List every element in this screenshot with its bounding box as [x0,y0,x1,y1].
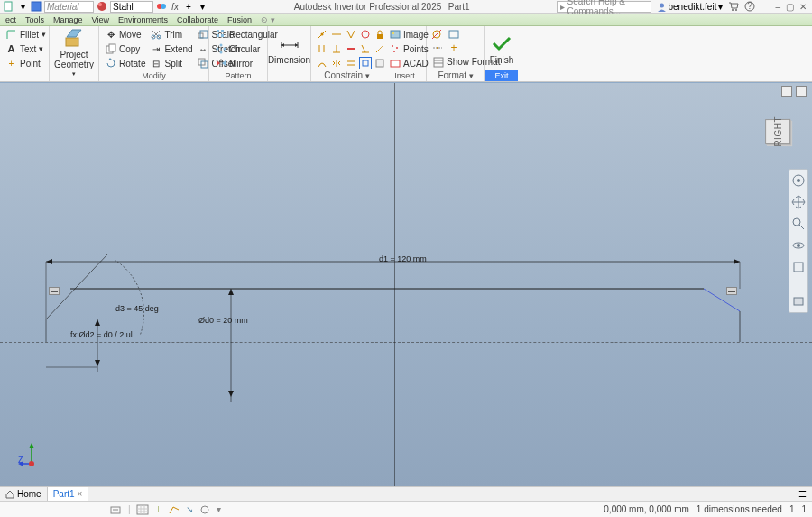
text-button[interactable]: AText ▾ [5,42,47,56]
ortho-icon[interactable]: ⊥ [154,504,162,515]
constraint-glyph[interactable] [726,287,737,295]
material-combo[interactable]: Material [44,1,94,13]
split-button[interactable]: ⊟Split [149,57,193,70]
collinear-icon[interactable] [330,28,343,41]
snap2-icon[interactable]: ↘ [186,504,193,515]
text-icon: A [5,43,17,55]
group-create: Fillet ▾ AText ▾ +Point [0,26,50,81]
dim-d0-text[interactable]: Ød0 = 20 mm [198,316,248,325]
sketch-geometry [0,83,812,486]
dim-d3-text[interactable]: d3 = 45 deg [115,304,159,313]
centerpoint-icon[interactable]: + [448,42,460,54]
trace-icon[interactable] [168,504,180,515]
appearance-sphere-icon[interactable] [97,1,107,12]
svg-point-3 [98,3,102,6]
move-button[interactable]: ✥Move [104,28,146,42]
perpendicular-icon[interactable] [330,42,343,55]
part-tab[interactable]: Part1 × [48,487,89,501]
group-constrain-label: Constrain ▾ [311,70,383,81]
symmetric-icon[interactable] [330,57,343,69]
status-count1: 1 [789,504,795,514]
fix-icon[interactable] [359,28,372,41]
help-icon[interactable]: ? [744,1,755,12]
parameters-fx-icon[interactable]: fx [170,1,180,12]
close-button[interactable]: ✕ [799,2,807,12]
sketch-canvas: d1 = 120 mm Ød0 = 20 mm d3 = 45 deg fx:Ø… [0,83,812,486]
restore-button[interactable]: ▢ [786,2,794,12]
cart-icon[interactable] [728,1,739,12]
trim-button[interactable]: Trim [149,28,193,42]
svg-point-2 [97,2,106,11]
menu-item[interactable]: View [92,15,109,24]
construction-toggle-icon[interactable] [431,28,444,41]
menu-item[interactable]: Environments [118,15,168,24]
dim-d1-text[interactable]: d1 = 120 mm [379,254,427,263]
menu-item[interactable]: Fusion [227,15,252,24]
exit-button[interactable]: Exit [485,70,518,81]
concentric-icon[interactable] [345,28,357,41]
menu-item[interactable]: Tools [25,15,44,24]
group-pattern: Rectangular Circular Mirror Pattern [209,26,268,81]
menu-item[interactable]: Collaborate [177,15,218,24]
centerline-toggle-icon[interactable] [448,28,460,41]
driven-dim-icon[interactable] [431,42,444,54]
menu-item[interactable]: ⊙ ▾ [261,15,275,24]
home-tab[interactable]: Home [0,487,48,501]
dropdown-icon[interactable]: ▾ [17,1,28,12]
parallel-icon[interactable] [316,42,328,55]
svg-point-8 [735,9,737,11]
app-name: Autodesk Inventor Professional 2025 [294,2,441,12]
insert-acad-button[interactable]: ACAD [388,57,429,70]
equal-icon[interactable] [345,57,357,69]
svg-rect-20 [217,30,219,32]
relax-icon[interactable] [198,504,211,515]
fillet-button[interactable]: Fillet ▾ [5,28,47,42]
save-icon[interactable] [31,1,42,12]
snap-icon[interactable] [110,504,123,515]
constraint-glyph[interactable] [49,287,60,295]
dim-d2-text[interactable]: fx:Ød2 = d0 / 2 ul [70,330,133,339]
svg-rect-64 [137,505,148,514]
title-bar: ▾ Material Stahl fx + ▾ Autodesk Invento… [0,0,812,14]
coincident-icon[interactable] [316,28,328,41]
menu-item[interactable]: Manage [53,15,83,24]
rotate-button[interactable]: Rotate [104,57,146,70]
point-button[interactable]: +Point [5,57,47,70]
group-format: + Show Format Format ▾ [427,26,485,81]
smooth-icon[interactable] [316,57,328,69]
close-tab-icon[interactable]: × [78,489,83,499]
svg-rect-30 [377,34,383,39]
copy-button[interactable]: Copy [104,42,146,56]
qat-overflow-icon[interactable]: ▾ [197,1,208,12]
help-search-input[interactable]: ▸Search Help & Commands... [557,1,651,13]
grid-icon[interactable] [136,504,149,515]
add-icon[interactable]: + [183,1,194,12]
insert-points-button[interactable]: Points [388,42,429,56]
horizontal-icon[interactable] [345,42,357,55]
new-icon[interactable] [4,1,14,12]
project-label: ProjectGeometry [54,50,94,69]
user-account[interactable]: benedikt.feit ▾ [657,2,724,12]
status-message: 1 dimensions needed [697,504,782,514]
menu-item[interactable]: ect [5,15,16,24]
color-override-icon[interactable] [156,1,167,12]
svg-point-28 [321,32,324,35]
show-constraints-icon[interactable] [359,57,372,69]
group-constrain: Constrain ▾ [311,26,383,81]
dimension-button[interactable]: Dimension [264,32,314,65]
appearance-combo[interactable]: Stahl [110,1,153,13]
svg-point-65 [201,506,208,513]
svg-point-34 [392,32,394,34]
viewport[interactable]: RIGHT [0,82,812,486]
insert-image-button[interactable]: Image [388,28,429,42]
minimize-button[interactable]: – [775,2,780,12]
extend-button[interactable]: ⇥Extend [149,42,193,56]
finish-sketch-button[interactable]: Finish [490,32,514,65]
group-project: ProjectGeometry ▾ [50,26,99,81]
status-sep: | [128,504,131,515]
svg-point-25 [223,48,226,51]
status-dropdown-icon[interactable]: ▾ [217,504,221,515]
tabs-menu-icon[interactable]: ☰ [793,487,812,501]
project-geometry-button[interactable]: ProjectGeometry ▾ [51,27,97,78]
vertical-icon[interactable] [359,42,372,55]
